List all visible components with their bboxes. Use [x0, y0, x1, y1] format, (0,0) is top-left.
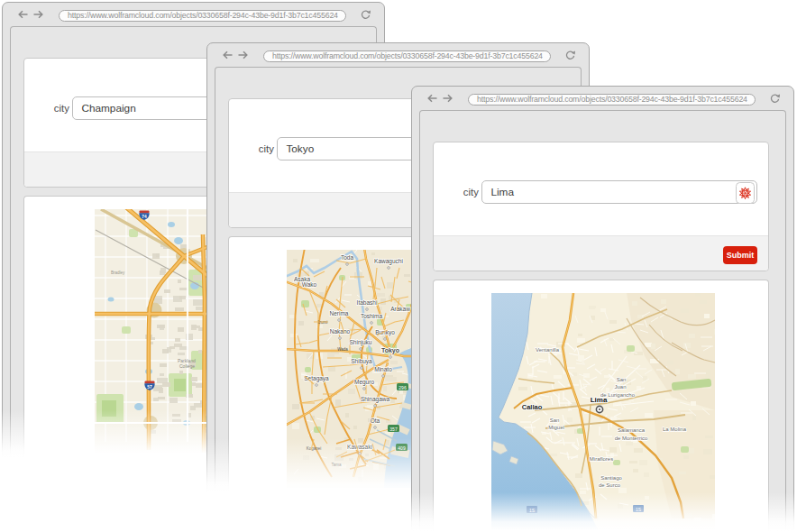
svg-text:357: 357 [389, 427, 398, 432]
svg-text:Tokyo: Tokyo [381, 347, 399, 354]
svg-text:La Molina: La Molina [663, 427, 687, 432]
svg-text:Juan: Juan [614, 384, 626, 390]
svg-text:Shibuya: Shibuya [351, 358, 372, 365]
svg-text:Miraflores: Miraflores [590, 456, 613, 462]
svg-text:Miguel: Miguel [548, 425, 564, 430]
svg-text:Ventanilla: Ventanilla [536, 347, 560, 353]
svg-text:de Lurigancho: de Lurigancho [600, 392, 636, 398]
svg-text:Santiago: Santiago [600, 475, 622, 481]
svg-text:Itabashi: Itabashi [356, 299, 377, 306]
svg-text:Shinagawa: Shinagawa [361, 396, 390, 403]
svg-text:Bradley: Bradley [111, 271, 125, 275]
svg-text:Meguro: Meguro [354, 379, 374, 386]
svg-text:Wada: Wada [337, 347, 348, 352]
svg-text:Nakano: Nakano [330, 328, 351, 335]
svg-text:Nerima: Nerima [329, 310, 348, 316]
svg-text:74: 74 [142, 215, 147, 219]
svg-text:Arakaw: Arakaw [390, 306, 410, 312]
svg-text:Toshima: Toshima [361, 313, 383, 319]
svg-text:Ota: Ota [371, 417, 380, 424]
svg-text:de Monterrico: de Monterrico [614, 436, 647, 441]
svg-text:College: College [179, 363, 195, 369]
svg-text:San: San [616, 377, 626, 382]
svg-text:Wako: Wako [302, 281, 317, 288]
svg-text:Salamanca: Salamanca [618, 427, 646, 433]
svg-text:Kawaguchi: Kawaguchi [374, 258, 403, 265]
svg-text:San: San [549, 417, 559, 423]
svg-text:296: 296 [398, 385, 407, 390]
svg-text:Minato: Minato [374, 366, 392, 372]
svg-text:Shinjuku: Shinjuku [349, 339, 371, 346]
svg-text:57: 57 [147, 385, 152, 390]
svg-text:Toda: Toda [341, 254, 353, 261]
svg-text:Callao: Callao [522, 403, 543, 411]
svg-text:de Surco: de Surco [599, 482, 621, 488]
